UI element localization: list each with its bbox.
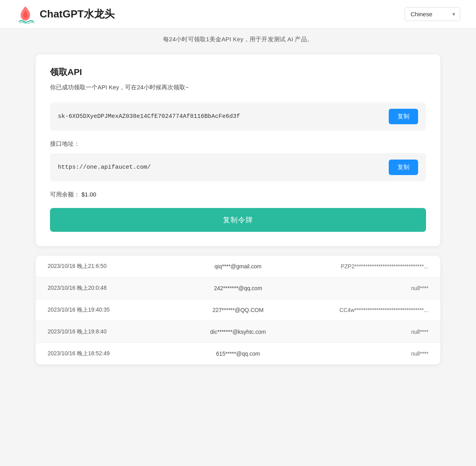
lang-select-wrapper: Chinese English ▼ [405,7,460,21]
table-cell-email: 242*******@qq.com [175,285,301,291]
table-cell-email: dic*******@ksyhtc.com [175,329,301,335]
copy-endpoint-button[interactable]: 复制 [389,160,418,175]
endpoint-row: https://one.apifaucet.com/ 复制 [50,153,426,181]
copy-api-key-button[interactable]: 复制 [389,109,418,124]
table-row: 2023/10/16 晚上19:8:40dic*******@ksyhtc.co… [36,321,440,343]
table-cell-key: PZP2********************************... [301,263,428,270]
table-row: 2023/10/16 晚上19:40:35227******@QQ.COMCC4… [36,299,440,321]
table-cell-key: CC4w********************************... [301,307,428,313]
table-row: 2023/10/16 晚上21:6:50qiq****@gmail.comPZP… [36,256,440,277]
header: ChatGPT水龙头 Chinese English ▼ [0,0,476,29]
balance-label: 可用余额： [50,191,80,198]
table-cell-date: 2023/10/16 晚上21:6:50 [48,263,175,270]
history-table-card: 2023/10/16 晚上21:6:50qiq****@gmail.comPZP… [36,256,440,364]
table-cell-date: 2023/10/16 晚上19:8:40 [48,328,175,335]
api-card-description: 你已成功领取一个API Key，可在24小时候再次领取~ [50,84,426,91]
table-cell-key: null**** [301,329,428,335]
table-cell-email: 227******@QQ.COM [175,307,301,313]
endpoint-label: 接口地址： [50,140,426,148]
table-cell-date: 2023/10/16 晚上18:52:49 [48,350,175,357]
balance-value: $1.00 [81,191,96,198]
copy-token-button[interactable]: 复制令牌 [50,208,426,232]
api-card: 领取API 你已成功领取一个API Key，可在24小时候再次领取~ sk-6X… [36,54,440,246]
site-title: ChatGPT水龙头 [40,7,115,21]
api-card-title: 领取API [50,66,426,78]
table-cell-email: qiq****@gmail.com [175,263,301,270]
api-key-value: sk-6XO5DXyeDPJMexAZ038e14CfE7024774Af811… [58,113,382,120]
table-row: 2023/10/16 晚上20:0:48242*******@qq.comnul… [36,277,440,299]
subtitle-text: 每24小时可领取1美金API Key，用于开发测试 AI 产品。 [163,36,313,42]
api-key-row: sk-6XO5DXyeDPJMexAZ038e14CfE7024774Af811… [50,102,426,131]
balance-row: 可用余额： $1.00 [50,191,426,198]
table-cell-date: 2023/10/16 晚上20:0:48 [48,285,175,292]
table-cell-email: 615*****@qq.com [175,350,301,357]
endpoint-value: https://one.apifaucet.com/ [58,164,382,171]
subtitle-bar: 每24小时可领取1美金API Key，用于开发测试 AI 产品。 [0,29,476,50]
logo-area: ChatGPT水龙头 [16,5,115,24]
language-select[interactable]: Chinese English [405,7,460,21]
table-cell-date: 2023/10/16 晚上19:40:35 [48,306,175,314]
table-row: 2023/10/16 晚上18:52:49615*****@qq.comnull… [36,343,440,364]
table-cell-key: null**** [301,350,428,357]
table-cell-key: null**** [301,285,428,291]
main-content: 领取API 你已成功领取一个API Key，可在24小时候再次领取~ sk-6X… [20,50,456,376]
logo-icon [16,5,35,24]
